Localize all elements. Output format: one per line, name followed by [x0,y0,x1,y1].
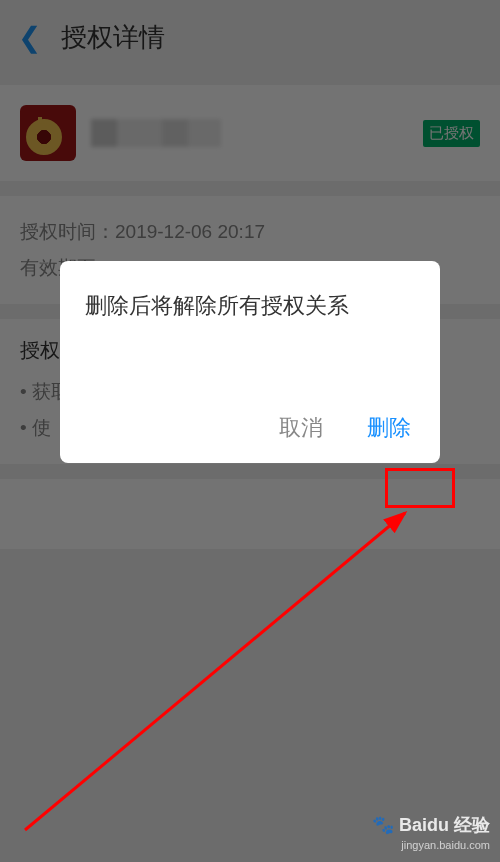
dialog-actions: 取消 删除 [85,411,415,445]
watermark: 🐾 Baidu 经验 jingyan.baidu.com [372,814,490,852]
delete-button[interactable]: 删除 [363,411,415,445]
confirm-dialog: 删除后将解除所有授权关系 取消 删除 [60,261,440,463]
paw-icon: 🐾 [372,814,394,837]
watermark-brand: Baidu 经验 [399,815,490,835]
cancel-button[interactable]: 取消 [279,413,323,443]
dialog-message: 删除后将解除所有授权关系 [85,291,415,321]
watermark-url: jingyan.baidu.com [372,838,490,852]
